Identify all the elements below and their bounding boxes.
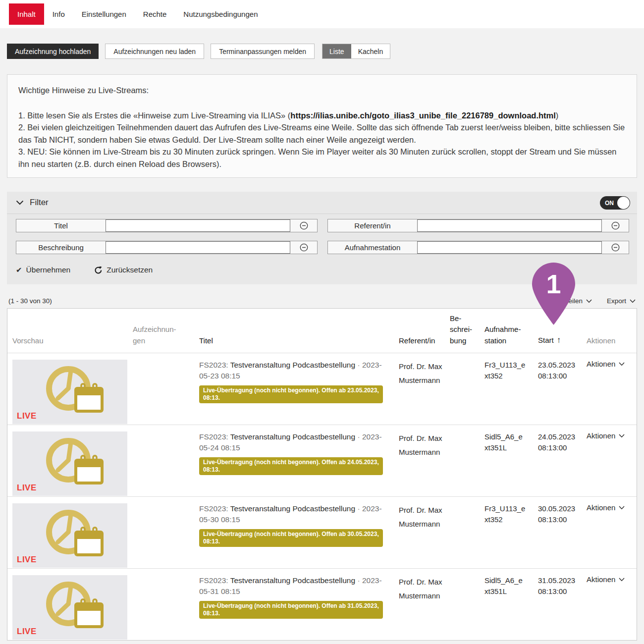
cell-aufzeichnungen [133,575,192,640]
cell-aufnahmestation: Sidl5_A6_ext351L [479,431,532,496]
sort-ascending-icon[interactable]: ↑ [557,335,561,345]
row-actions-dropdown[interactable]: Aktionen [587,575,637,584]
top-tab-bar: Inhalt Info Einstellungen Rechte Nutzung… [0,0,644,28]
cell-beschreibung [444,503,479,568]
live-stream-thumbnail[interactable]: LIVE [12,360,127,424]
toolbar: Aufzeichnung hochladen Aufzeichnungen ne… [7,44,637,59]
col-header-aufnahmestation[interactable]: Aufnahme­station [479,324,532,346]
filter-label-titel: Titel [16,219,106,232]
cell-aufzeichnungen [133,360,192,425]
filter-on-toggle[interactable]: ON [600,196,630,210]
filter-input-aufnahmestation[interactable] [417,241,602,254]
recording-title[interactable]: FS2023: Testveranstaltung Podcastbestell… [199,575,383,597]
table-body: LIVE FS2023: Testveranstaltung Podcastbe… [7,353,637,640]
live-stream-thumbnail[interactable]: LIVE [12,503,127,568]
filter-input-titel[interactable] [106,219,290,232]
export-dropdown[interactable]: Export [607,297,636,305]
tab-einstellungen[interactable]: Einstellungen [73,3,135,25]
view-switcher: Liste Kacheln [322,44,390,59]
cell-vorschau: LIVE [7,360,133,425]
filter-fields: Titel Referent/in Beschreibung Aufnahmes… [7,214,637,254]
live-status-badge: Live-Übertragung (noch nicht begonnen). … [199,457,383,475]
table-row: LIVE FS2023: Testveranstaltung Podcastbe… [7,496,637,568]
filter-field-titel: Titel [16,219,318,232]
row-actions-label: Aktionen [587,503,615,512]
tab-info[interactable]: Info [44,3,73,25]
live-status-badge: Live-Übertragung (noch nicht begonnen). … [199,385,383,403]
row-actions-dropdown[interactable]: Aktionen [587,360,637,368]
cell-aktionen: Aktionen [581,431,637,496]
title-prefix: FS2023: [199,504,228,513]
live-stream-thumbnail[interactable]: LIVE [12,431,127,496]
recording-title[interactable]: FS2023: Testveranstaltung Podcastbestell… [199,360,383,382]
cell-vorschau: LIVE [7,431,133,496]
result-range: (1 - 30 von 30) [8,297,52,305]
filter-input-beschreibung[interactable] [106,241,290,254]
tab-inhalt[interactable]: Inhalt [9,3,44,25]
title-separator: · [357,504,360,513]
notes-item-3: 3. NEU: Sie können im Live-Stream bis zu… [18,146,626,170]
row-actions-dropdown[interactable]: Aktionen [587,431,637,440]
filter-input-referent[interactable] [417,219,602,232]
live-badge: LIVE [17,411,37,421]
view-list-button[interactable]: Liste [322,44,351,58]
chevron-down-icon [619,362,625,366]
title-main: Testveranstaltung Podcastbestellung [230,432,355,441]
report-schedule-change-button[interactable]: Terminanpassungen melden [211,44,315,59]
clear-beschreibung-button[interactable] [290,241,317,254]
col-header-beschreibung[interactable]: Be­schrei­bung [444,313,479,347]
filter-field-aufnahmestation: Aufnahmestation [327,241,629,254]
title-prefix: FS2023: [199,432,228,441]
reset-filter-button[interactable]: Zurücksetzen [94,266,153,274]
export-label: Export [607,297,626,305]
filter-field-referent: Referent/in [327,219,629,232]
col-header-start[interactable]: Start↑ [532,334,581,347]
table-row: LIVE FS2023: Testveranstaltung Podcastbe… [7,353,637,425]
check-icon: ✔ [16,266,22,274]
recordings-table: Vorschau Aufzeichnun­gen Titel Referent/… [7,308,637,641]
cell-start: 30.05.2023 08:13:00 [532,503,581,568]
cell-aktionen: Aktionen [581,575,637,640]
row-actions-label: Aktionen [587,575,615,584]
view-tiles-button[interactable]: Kacheln [351,44,390,58]
upload-recording-button[interactable]: Aufzeichnung hochladen [7,44,99,59]
apply-filter-button[interactable]: ✔ Übernehmen [16,266,70,274]
notes-title: Wichtige Hinweise zu Live-Streams: [18,84,626,97]
title-prefix: FS2023: [199,576,228,585]
cell-aufzeichnungen [133,503,192,568]
cell-aktionen: Aktionen [581,503,637,568]
cell-start: 24.05.2023 08:13:00 [532,431,581,496]
recording-title[interactable]: FS2023: Testveranstaltung Podcastbestell… [199,431,383,454]
cell-vorschau: LIVE [7,503,133,568]
clear-referent-button[interactable] [602,219,629,232]
tab-rechte[interactable]: Rechte [135,3,175,25]
clear-aufnahmestation-button[interactable] [602,241,629,254]
toggle-on-label: ON [605,200,614,207]
cell-vorschau: LIVE [7,575,133,640]
title-separator: · [357,361,360,369]
annotation-pin-1: 1 [530,261,577,326]
clear-titel-button[interactable] [290,219,317,232]
recording-title[interactable]: FS2023: Testveranstaltung Podcastbestell… [199,503,383,526]
live-stream-notes-box: Wichtige Hinweise zu Live-Streams: 1. Bi… [7,74,637,178]
live-stream-thumbnail[interactable]: LIVE [12,575,127,640]
title-main: Testveranstaltung Podcastbestellung [230,504,355,513]
col-header-aufzeichnungen: Aufzeichnun­gen [133,324,182,346]
cell-beschreibung [444,360,479,425]
chevron-down-icon [619,506,625,510]
cell-titel: FS2023: Testveranstaltung Podcastbestell… [192,360,393,425]
col-header-referent[interactable]: Referent/in [393,335,444,347]
reset-filter-label: Zurücksetzen [107,266,153,274]
live-badge: LIVE [17,555,37,565]
filter-header[interactable]: Filter ON [7,192,637,214]
chevron-down-icon [619,434,625,438]
ilias-live-streams-page: { "tabs": [ { "label": "Inhalt", "active… [0,0,644,644]
filter-field-beschreibung: Beschreibung [16,241,318,254]
row-actions-dropdown[interactable]: Aktionen [587,503,637,512]
tab-nutzungsbedingungen[interactable]: Nutzungsbedingungen [175,3,266,25]
notes-item-1-closing: ) [556,111,559,120]
notes-download-link[interactable]: https://ilias.unibe.ch/goto_ilias3_unibe… [290,111,555,120]
reload-recordings-button[interactable]: Aufzeichnungen neu laden [105,44,204,59]
chevron-down-icon [630,299,636,303]
col-header-titel[interactable]: Titel [192,335,393,347]
